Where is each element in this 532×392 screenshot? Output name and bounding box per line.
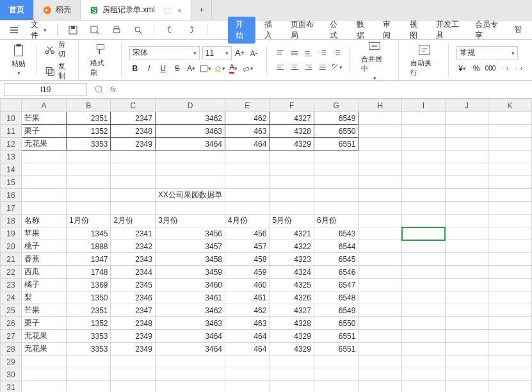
cell-B22[interactable]: 1748 bbox=[67, 266, 111, 279]
row-header-26[interactable]: 26 bbox=[1, 317, 22, 330]
cell-B20[interactable]: 1888 bbox=[67, 240, 111, 253]
indent-dec-button[interactable] bbox=[317, 47, 328, 59]
cell-B26[interactable]: 1352 bbox=[67, 317, 111, 330]
currency-button[interactable]: ¥▾ bbox=[456, 63, 468, 74]
cell-H14[interactable] bbox=[359, 163, 402, 176]
cell-C10[interactable]: 2347 bbox=[111, 112, 155, 125]
cell-F11[interactable]: 4328 bbox=[270, 125, 314, 138]
cell-G27[interactable]: 6551 bbox=[314, 330, 358, 343]
cell-B16[interactable] bbox=[67, 189, 111, 202]
cell-B31[interactable] bbox=[67, 381, 111, 393]
cell-G15[interactable] bbox=[314, 176, 358, 189]
cell-A21[interactable]: 香蕉 bbox=[22, 253, 67, 266]
col-header-C[interactable]: C bbox=[111, 99, 155, 112]
cell-J11[interactable] bbox=[445, 125, 488, 138]
cell-D24[interactable]: 3461 bbox=[155, 291, 225, 304]
cell-F28[interactable]: 4329 bbox=[270, 343, 314, 355]
thousands-button[interactable]: 000 bbox=[485, 63, 496, 74]
row-header-13[interactable]: 13 bbox=[1, 151, 22, 163]
cell-K25[interactable] bbox=[488, 304, 532, 317]
cell-H25[interactable] bbox=[359, 304, 402, 317]
merge-center-button[interactable]: 合并居中▾ bbox=[357, 39, 392, 81]
cell-F21[interactable]: 4323 bbox=[270, 253, 314, 266]
cell-E31[interactable] bbox=[225, 381, 269, 393]
cell-K28[interactable] bbox=[488, 343, 532, 355]
cell-G26[interactable]: 6550 bbox=[314, 317, 358, 330]
bold-button[interactable]: B bbox=[129, 63, 141, 74]
fill-color-button[interactable]: ▾ bbox=[214, 63, 225, 74]
cell-F10[interactable]: 4327 bbox=[270, 112, 314, 125]
col-header-B[interactable]: B bbox=[67, 99, 111, 112]
cell-H30[interactable] bbox=[359, 368, 402, 381]
cell-I14[interactable] bbox=[402, 163, 445, 176]
cell-E17[interactable] bbox=[225, 202, 269, 215]
cell-A11[interactable]: 栗子 bbox=[22, 125, 67, 138]
cell-E26[interactable]: 463 bbox=[225, 317, 269, 330]
cell-J25[interactable] bbox=[445, 304, 488, 317]
col-header-G[interactable]: G bbox=[314, 99, 358, 112]
row-header-20[interactable]: 20 bbox=[1, 240, 22, 253]
cell-C26[interactable]: 2348 bbox=[111, 317, 155, 330]
cell-F13[interactable] bbox=[270, 151, 314, 163]
cell-E15[interactable] bbox=[225, 176, 269, 189]
row-header-25[interactable]: 25 bbox=[1, 304, 22, 317]
paste-button[interactable]: 粘贴▾ bbox=[8, 44, 29, 76]
cell-D13[interactable] bbox=[155, 151, 225, 163]
cell-H13[interactable] bbox=[359, 151, 402, 163]
cell-A23[interactable]: 橘子 bbox=[22, 279, 67, 291]
cell-H28[interactable] bbox=[359, 343, 402, 355]
cell-B12[interactable]: 3353 bbox=[67, 138, 111, 151]
row-header-19[interactable]: 19 bbox=[1, 227, 22, 240]
row-header-11[interactable]: 11 bbox=[1, 125, 22, 138]
cell-I12[interactable] bbox=[402, 138, 445, 151]
row-header-22[interactable]: 22 bbox=[1, 266, 22, 279]
cell-K15[interactable] bbox=[488, 176, 532, 189]
cell-J24[interactable] bbox=[445, 291, 488, 304]
cell-E28[interactable]: 464 bbox=[225, 343, 269, 355]
cell-D23[interactable]: 3460 bbox=[155, 279, 225, 291]
cell-A14[interactable] bbox=[22, 163, 67, 176]
cell-J26[interactable] bbox=[445, 317, 488, 330]
cell-J12[interactable] bbox=[445, 138, 488, 151]
col-header-H[interactable]: H bbox=[359, 99, 402, 112]
col-header-D[interactable]: D bbox=[155, 99, 225, 112]
wrap-text-button[interactable]: 自动换行 bbox=[407, 43, 442, 78]
cell-B14[interactable] bbox=[67, 163, 111, 176]
cell-A16[interactable] bbox=[22, 189, 67, 202]
row-header-16[interactable]: 16 bbox=[1, 189, 22, 202]
row-header-10[interactable]: 10 bbox=[1, 112, 22, 125]
percent-button[interactable]: % bbox=[471, 63, 482, 74]
cell-H26[interactable] bbox=[359, 317, 402, 330]
cell-E16[interactable] bbox=[225, 189, 269, 202]
cell-C17[interactable] bbox=[111, 202, 155, 215]
cell-J22[interactable] bbox=[445, 266, 488, 279]
cell-D31[interactable] bbox=[155, 381, 225, 393]
cell-H29[interactable] bbox=[359, 355, 402, 368]
menu-member[interactable]: 会员专享 bbox=[470, 17, 505, 44]
app-menu-button[interactable] bbox=[5, 23, 23, 37]
col-header-K[interactable]: K bbox=[488, 99, 532, 112]
cell-D16[interactable]: XX公司果园数据单 bbox=[155, 189, 225, 202]
increase-decimal-button[interactable] bbox=[499, 63, 510, 74]
cell-A31[interactable] bbox=[22, 381, 67, 393]
save-as-button[interactable] bbox=[86, 23, 104, 37]
cell-C27[interactable]: 2349 bbox=[111, 330, 155, 343]
cell-I27[interactable] bbox=[402, 330, 445, 343]
cell-A20[interactable]: 桃子 bbox=[22, 240, 67, 253]
cell-C30[interactable] bbox=[111, 368, 155, 381]
format-brush-button[interactable]: 格式刷 bbox=[86, 43, 115, 78]
cell-F15[interactable] bbox=[270, 176, 314, 189]
cell-K17[interactable] bbox=[488, 202, 532, 215]
cell-B30[interactable] bbox=[67, 368, 111, 381]
save-button[interactable] bbox=[64, 23, 82, 37]
cell-G20[interactable]: 6544 bbox=[314, 240, 358, 253]
menu-insert[interactable]: 插入 bbox=[259, 17, 282, 44]
cell-I26[interactable] bbox=[402, 317, 445, 330]
cell-C16[interactable] bbox=[111, 189, 155, 202]
cell-K31[interactable] bbox=[488, 381, 532, 393]
cell-I29[interactable] bbox=[402, 355, 445, 368]
cell-J10[interactable] bbox=[445, 112, 488, 125]
cell-A18[interactable]: 名称 bbox=[22, 215, 67, 227]
cell-G28[interactable]: 6551 bbox=[314, 343, 358, 355]
menu-smart[interactable]: 智 bbox=[509, 22, 527, 38]
